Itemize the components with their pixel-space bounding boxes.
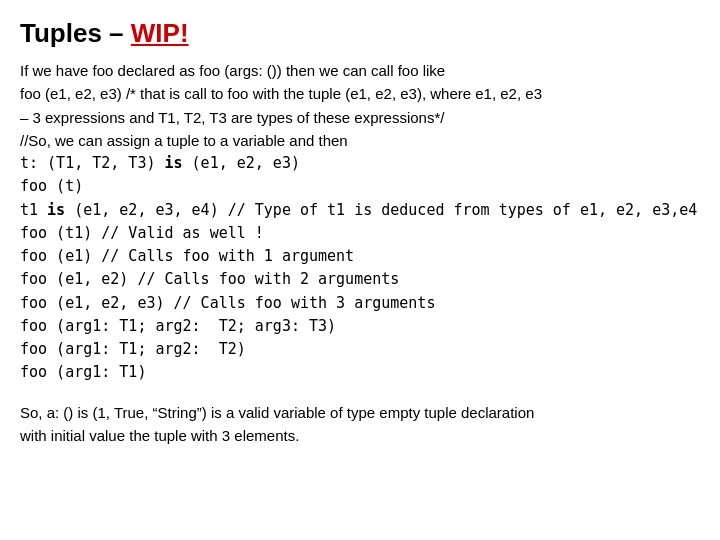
content-line: foo (e1) // Calls foo with 1 argument	[20, 245, 700, 268]
title-prefix: Tuples –	[20, 18, 131, 48]
content-area: If we have foo declared as foo (args: ()…	[20, 59, 700, 447]
title-wip: WIP!	[131, 18, 189, 48]
content-line: foo (arg1: T1; arg2: T2)	[20, 338, 700, 361]
content-line: //So, we can assign a tuple to a variabl…	[20, 129, 700, 152]
content-line: foo (t1) // Valid as well !	[20, 222, 700, 245]
page-title: Tuples – WIP!	[20, 18, 700, 49]
content-line: t1 is (e1, e2, e3, e4) // Type of t1 is …	[20, 199, 700, 222]
content-line: foo (t)	[20, 175, 700, 198]
content-line: foo (e1, e2, e3) /* that is call to foo …	[20, 82, 700, 105]
content-line: So, a: () is (1, True, “String”) is a va…	[20, 401, 700, 424]
content-line: with initial value the tuple with 3 elem…	[20, 424, 700, 447]
content-line: foo (arg1: T1; arg2: T2; arg3: T3)	[20, 315, 700, 338]
spacer	[20, 385, 700, 401]
content-line: If we have foo declared as foo (args: ()…	[20, 59, 700, 82]
content-line: foo (e1, e2, e3) // Calls foo with 3 arg…	[20, 292, 700, 315]
content-line: – 3 expressions and T1, T2, T3 are types…	[20, 106, 700, 129]
content-line: foo (e1, e2) // Calls foo with 2 argumen…	[20, 268, 700, 291]
content-line: foo (arg1: T1)	[20, 361, 700, 384]
content-line: t: (T1, T2, T3) is (e1, e2, e3)	[20, 152, 700, 175]
